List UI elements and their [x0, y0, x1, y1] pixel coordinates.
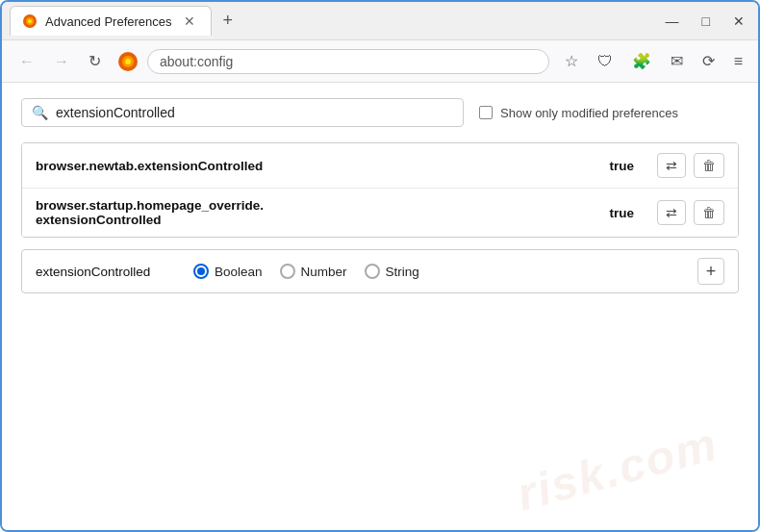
main-content: 🔍 Show only modified preferences browser…: [2, 83, 758, 532]
back-button[interactable]: ←: [12, 47, 42, 76]
boolean-radio[interactable]: Boolean: [193, 264, 263, 279]
delete-button[interactable]: 🗑: [694, 200, 724, 225]
svg-point-2: [28, 19, 32, 23]
minimize-button[interactable]: —: [660, 10, 685, 33]
search-input[interactable]: [56, 105, 453, 120]
extension-button[interactable]: 🧩: [626, 48, 657, 74]
menu-button[interactable]: ≡: [728, 49, 748, 74]
maximize-button[interactable]: □: [697, 10, 716, 33]
nav-bar: ← → ↻ about:config ☆ 🛡 🧩 ✉ ⟳ ≡: [2, 40, 758, 83]
trash-icon: 🗑: [702, 205, 716, 220]
pref-value: true: [609, 206, 634, 220]
refresh-button[interactable]: ↻: [81, 46, 109, 76]
svg-point-5: [125, 59, 131, 64]
toggle-button[interactable]: ⇄: [657, 153, 686, 178]
delete-button[interactable]: 🗑: [694, 153, 724, 178]
tab-close-button[interactable]: ✕: [180, 13, 199, 30]
address-bar[interactable]: about:config: [147, 49, 549, 74]
boolean-label: Boolean: [215, 265, 263, 279]
forward-button[interactable]: →: [46, 47, 77, 76]
search-row: 🔍 Show only modified preferences: [21, 98, 739, 127]
trash-icon: 🗑: [702, 158, 716, 173]
add-preference-button[interactable]: +: [697, 258, 724, 285]
search-icon: 🔍: [32, 105, 48, 120]
preferences-table: browser.newtab.extensionControlled true …: [21, 142, 739, 238]
number-label: Number: [301, 265, 347, 279]
pref-actions: ⇄ 🗑: [657, 200, 724, 225]
string-radio-circle: [365, 264, 380, 279]
watermark: risk.com: [511, 417, 722, 520]
close-window-button[interactable]: ✕: [727, 10, 750, 33]
new-preference-row: extensionControlled Boolean Number Strin…: [21, 249, 739, 293]
sync-button[interactable]: ⟳: [697, 48, 721, 74]
arrows-icon: ⇄: [666, 205, 677, 220]
show-modified-label[interactable]: Show only modified preferences: [479, 106, 678, 120]
window-controls: — □ ✕: [660, 10, 750, 33]
number-radio[interactable]: Number: [280, 264, 347, 279]
firefox-logo-icon: [116, 50, 139, 73]
tab-title: Advanced Preferences: [45, 14, 172, 29]
pref-name: browser.startup.homepage_override. exten…: [36, 198, 597, 227]
type-radio-group: Boolean Number String: [193, 264, 419, 279]
show-modified-text: Show only modified preferences: [500, 106, 678, 120]
new-tab-button[interactable]: +: [217, 9, 240, 33]
browser-tab: Advanced Preferences ✕: [10, 6, 212, 36]
title-bar: Advanced Preferences ✕ + — □ ✕: [2, 2, 758, 40]
firefox-favicon-icon: [22, 13, 38, 29]
show-modified-checkbox[interactable]: [479, 106, 493, 119]
shield-button[interactable]: 🛡: [592, 49, 619, 74]
bookmark-button[interactable]: ☆: [559, 48, 584, 74]
boolean-radio-circle: [193, 264, 209, 279]
new-pref-name-label: extensionControlled: [36, 265, 170, 279]
toggle-button[interactable]: ⇄: [657, 200, 686, 225]
string-label: String: [386, 265, 419, 279]
mail-button[interactable]: ✉: [665, 48, 689, 74]
arrows-icon: ⇄: [666, 158, 677, 173]
table-row: browser.startup.homepage_override. exten…: [22, 189, 738, 237]
nav-icons: ☆ 🛡 🧩 ✉ ⟳ ≡: [559, 48, 748, 74]
pref-actions: ⇄ 🗑: [657, 153, 724, 178]
string-radio[interactable]: String: [365, 264, 419, 279]
number-radio-circle: [280, 264, 295, 279]
table-row: browser.newtab.extensionControlled true …: [22, 143, 738, 189]
pref-name: browser.newtab.extensionControlled: [36, 159, 597, 173]
pref-value: true: [609, 159, 634, 173]
url-text: about:config: [160, 54, 233, 69]
search-box: 🔍: [21, 98, 464, 127]
